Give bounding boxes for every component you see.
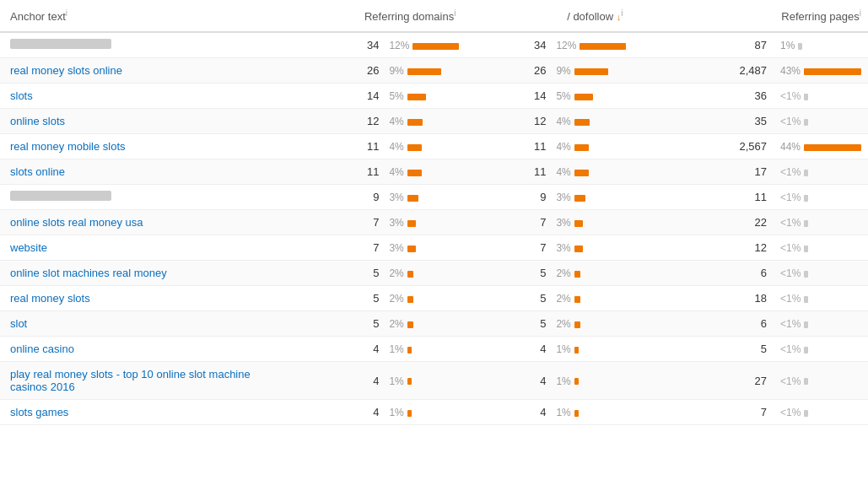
rp-pct: <1% <box>780 217 801 229</box>
df-number: 34 <box>462 32 553 58</box>
rd-pct: 4% <box>389 116 403 127</box>
rd-pct: 1% <box>389 375 403 387</box>
df-bar <box>574 378 579 385</box>
anchor-cell[interactable]: play real money slots - top 10 online sl… <box>0 362 287 400</box>
anchor-cell[interactable]: online casino <box>0 337 287 362</box>
rd-number: 9 <box>287 185 385 210</box>
rp-bar-dot <box>804 410 808 417</box>
rd-bar-cell: 9% <box>385 58 462 84</box>
rd-pct: 2% <box>389 293 403 305</box>
rd-bar-cell: 1% <box>385 337 462 362</box>
rp-bar-dot <box>804 195 808 202</box>
rd-number: 4 <box>287 362 385 400</box>
df-pct: 1% <box>556 407 570 418</box>
rp-bar-dot <box>804 347 808 354</box>
rd-bar <box>407 94 426 100</box>
df-number: 11 <box>462 159 553 185</box>
rp-number: 12 <box>629 235 774 261</box>
rp-bar-dot <box>798 43 802 50</box>
df-pct: 2% <box>556 267 570 279</box>
rp-pct: <1% <box>780 242 801 254</box>
anchor-cell[interactable]: online slots <box>0 109 287 134</box>
rp-pct: <1% <box>780 116 801 127</box>
table-row: real money slots online269%269%2,48743% <box>0 58 868 84</box>
df-bar <box>574 296 580 303</box>
df-number: 12 <box>462 109 553 134</box>
rp-number: 6 <box>629 311 774 337</box>
header-anchor[interactable]: Anchor texti <box>0 0 287 32</box>
df-bar <box>574 410 579 417</box>
header-rp[interactable]: Referring pagesi <box>629 0 868 32</box>
rp-bar <box>804 68 861 75</box>
df-pct: 1% <box>556 375 570 387</box>
rd-bar-cell: 2% <box>385 261 462 286</box>
df-number: 26 <box>462 58 553 84</box>
rp-number: 22 <box>629 210 774 235</box>
rd-number: 26 <box>287 58 385 84</box>
rd-number: 11 <box>287 159 385 185</box>
table-row: slots145%145%36<1% <box>0 84 868 109</box>
rp-pct: <1% <box>780 318 801 330</box>
df-bar <box>574 347 579 354</box>
rd-pct: 2% <box>389 318 403 330</box>
anchor-cell[interactable]: real money slots <box>0 286 287 311</box>
anchor-cell[interactable]: slots online <box>0 159 287 185</box>
anchor-cell[interactable]: online slot machines real money <box>0 261 287 286</box>
rd-bar <box>407 195 418 202</box>
df-bar <box>574 68 608 75</box>
rp-bar-cell: 43% <box>774 58 868 84</box>
df-pct: 4% <box>556 141 570 153</box>
rp-bar-dot <box>804 220 808 227</box>
df-bar-cell: 1% <box>553 337 629 362</box>
df-bar-cell: 2% <box>553 286 629 311</box>
rd-number: 5 <box>287 261 385 286</box>
anchor-cell[interactable] <box>0 32 287 58</box>
rp-bar-dot <box>804 296 808 303</box>
rd-bar <box>407 119 423 126</box>
rp-bar-cell: <1% <box>774 261 868 286</box>
df-pct: 3% <box>556 242 570 254</box>
rd-bar-cell: 12% <box>385 32 462 58</box>
df-number: 4 <box>462 337 553 362</box>
rd-bar <box>407 220 416 227</box>
anchor-cell[interactable]: website <box>0 235 287 261</box>
rd-pct: 5% <box>389 90 403 102</box>
df-bar-cell: 9% <box>553 58 629 84</box>
rd-pct: 2% <box>389 267 403 279</box>
rd-number: 4 <box>287 400 385 425</box>
df-number: 9 <box>462 185 553 210</box>
rp-bar-cell: <1% <box>774 311 868 337</box>
df-bar <box>574 321 580 328</box>
anchor-cell[interactable]: slots games <box>0 400 287 425</box>
rp-pct: <1% <box>780 192 801 203</box>
rp-number: 18 <box>629 286 774 311</box>
anchor-cell[interactable]: real money slots online <box>0 58 287 84</box>
rp-number: 7 <box>629 400 774 425</box>
anchor-cell[interactable]: slot <box>0 311 287 337</box>
anchor-cell[interactable]: online slots real money usa <box>0 210 287 235</box>
rp-bar-cell: 44% <box>774 134 868 159</box>
df-bar-cell: 4% <box>553 134 629 159</box>
header-rd[interactable]: Referring domainsi <box>287 0 462 32</box>
df-number: 5 <box>462 311 553 337</box>
rd-bar-cell: 2% <box>385 286 462 311</box>
rp-number: 17 <box>629 159 774 185</box>
table-row: slot52%52%6<1% <box>0 311 868 337</box>
table-row: website73%73%12<1% <box>0 235 868 261</box>
rp-number: 87 <box>629 32 774 58</box>
blurred-anchor <box>10 191 111 201</box>
rd-bar-cell: 2% <box>385 311 462 337</box>
rp-bar-dot <box>804 321 808 328</box>
header-df[interactable]: / dofollow ↓i <box>462 0 629 32</box>
anchor-cell[interactable]: real money mobile slots <box>0 134 287 159</box>
rp-bar-cell: <1% <box>774 362 868 400</box>
anchor-text-table: Anchor texti Referring domainsi / dofoll… <box>0 0 868 425</box>
rd-bar-cell: 4% <box>385 159 462 185</box>
df-bar <box>574 195 585 202</box>
anchor-cell[interactable]: slots <box>0 84 287 109</box>
rp-pct: <1% <box>780 267 801 279</box>
df-pct: 2% <box>556 318 570 330</box>
anchor-cell[interactable] <box>0 185 287 210</box>
df-bar-cell: 3% <box>553 235 629 261</box>
rp-bar-cell: <1% <box>774 337 868 362</box>
